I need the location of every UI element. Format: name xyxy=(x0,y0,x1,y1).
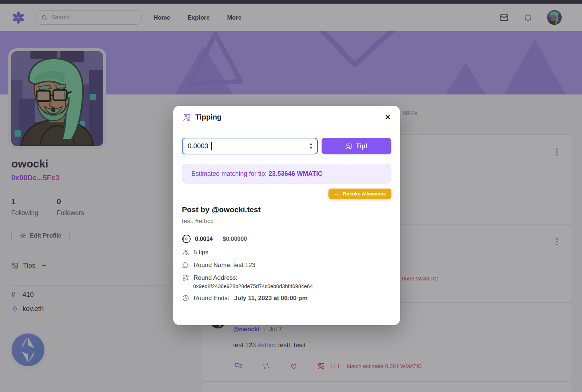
round-name: Round Name: test 123 xyxy=(194,262,255,269)
post-by-heading: Post by @owocki.test xyxy=(182,205,391,214)
round-address-label: Round Address: xyxy=(194,274,238,282)
people-icon xyxy=(182,248,190,256)
revoke-row: — Revoke Allowance xyxy=(182,189,391,199)
revoke-allowance-button[interactable]: — Revoke Allowance xyxy=(328,189,391,199)
round-ends-label: Round Ends: xyxy=(194,295,229,302)
stepper-up-icon[interactable] xyxy=(310,143,312,145)
revoke-allowance-label: Revoke Allowance xyxy=(343,191,386,197)
clock-icon xyxy=(182,294,190,302)
tips-count-row: 5 tips xyxy=(182,248,391,256)
modal-body: Tip! Estimated matching for tip: 23.5364… xyxy=(173,138,400,302)
close-icon[interactable]: ✕ xyxy=(385,113,391,121)
grid-plus-icon xyxy=(182,274,190,282)
tip-button-icon xyxy=(346,143,352,150)
round-ends-value: July 11, 2023 at 06:00 pm xyxy=(234,295,307,302)
round-name-row: Round Name: test 123 xyxy=(182,261,391,269)
usd-value: $0.00000 xyxy=(223,236,247,242)
tip-button[interactable]: Tip! xyxy=(322,138,391,154)
round-address-row: Round Address: xyxy=(182,274,391,282)
puzzle-icon xyxy=(182,261,190,269)
matching-estimate-banner: Estimated matching for tip: 23.53646 WMA… xyxy=(182,164,391,183)
modal-title: Tipping xyxy=(195,113,222,121)
stepper-down-icon[interactable] xyxy=(310,147,312,149)
dot-separator: · xyxy=(217,236,219,242)
matching-prefix: Estimated matching for tip: xyxy=(191,170,267,178)
post-snippet: test. #ethcc xyxy=(182,218,391,225)
minus-icon: — xyxy=(334,191,339,197)
tip-amount-input[interactable] xyxy=(183,142,295,150)
tip-button-label: Tip! xyxy=(356,142,368,150)
number-stepper[interactable] xyxy=(310,143,312,149)
text-caret xyxy=(211,142,212,150)
round-ends-row: Round Ends: July 11, 2023 at 06:00 pm xyxy=(182,294,391,302)
modal-header: Tipping ✕ xyxy=(173,106,400,129)
tipping-modal: Tipping ✕ Tip! Estimated matching for ti… xyxy=(173,106,400,325)
wmatic-token-icon xyxy=(182,234,191,243)
tip-amount-field xyxy=(182,138,318,154)
matching-value: 23.53646 WMATIC xyxy=(268,170,322,178)
tips-count: 5 tips xyxy=(194,249,208,256)
token-amount-row: 0.0014 · $0.00000 xyxy=(182,234,391,243)
amount-row: Tip! xyxy=(182,138,391,154)
round-address-value: 0x9ed8f2436e928b28de75d74c0eb0d3bf46984e… xyxy=(193,283,391,289)
token-amount: 0.0014 xyxy=(195,236,213,242)
tipping-icon xyxy=(183,113,191,122)
